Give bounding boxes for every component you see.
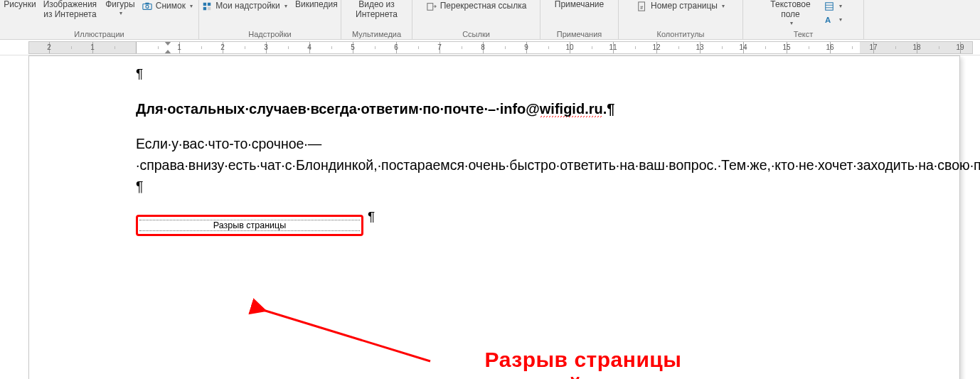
- ribbon: Рисунки Изображения из Интернета Фигуры …: [0, 0, 980, 40]
- crossref-icon: [426, 1, 437, 12]
- ribbon-group-label-media: Мультимедиа: [344, 30, 409, 38]
- ruler[interactable]: 2112345678910111213141516171819: [0, 40, 980, 55]
- body-paragraph: Если·у·вас·что-то·срочное·—·справа·внизу…: [136, 133, 833, 198]
- svg-rect-4: [208, 3, 211, 6]
- ribbon-group-comments: Примечание Примечания: [540, 0, 619, 39]
- bold-paragraph-text: Для·остальных·случаев·всегда·ответим·по·…: [136, 101, 614, 117]
- screenshot-button[interactable]: Снимок ▾: [139, 0, 196, 13]
- ruler-tick-label: 5: [351, 43, 355, 51]
- page-number-label: Номер страницы: [651, 1, 718, 11]
- ruler-tick-label: 1: [177, 43, 181, 51]
- body-paragraph-text: Если·у·вас·что-то·срочное·—·справа·внизу…: [136, 136, 980, 194]
- page-number-button[interactable]: # Номер страницы ▾: [634, 0, 728, 13]
- ribbon-group-label-addins: Надстройки: [202, 30, 338, 38]
- ruler-tick-label: 15: [782, 43, 790, 51]
- ruler-tick-label: 16: [826, 43, 833, 51]
- svg-rect-6: [208, 7, 211, 10]
- first-line-indent-marker[interactable]: [164, 41, 171, 46]
- document-area: ¶ Для·остальных·случаев·всегда·ответим·п…: [0, 55, 980, 379]
- svg-rect-3: [203, 3, 206, 6]
- annotation-text: Разрыв страницы установленный пользовате…: [327, 347, 839, 379]
- ruler-tick-label: 18: [912, 43, 920, 51]
- ribbon-group-links: Перекрестная ссылка Ссылки: [412, 0, 540, 39]
- wikipedia-label: Википедия: [295, 0, 338, 10]
- svg-rect-10: [825, 3, 833, 11]
- ruler-tick-label: 10: [565, 43, 573, 51]
- ruler-tick-label: 7: [437, 43, 442, 51]
- chevron-down-icon: ▾: [722, 3, 725, 9]
- shapes-label: Фигуры: [105, 0, 134, 10]
- ribbon-group-text: Текстовое поле ▾ ▾ A ▾ Текст: [743, 0, 864, 39]
- ribbon-group-headerfooter: # Номер страницы ▾ Колонтитулы: [619, 0, 743, 39]
- ruler-tick-label: 11: [609, 43, 617, 51]
- ruler-tick-label: 2: [220, 43, 225, 51]
- camera-icon: [142, 1, 153, 12]
- page[interactable]: ¶ Для·остальных·случаев·всегда·ответим·п…: [28, 55, 960, 379]
- ruler-tick-label: 17: [869, 43, 877, 51]
- empty-paragraph: ¶: [136, 66, 925, 82]
- page-number-icon: #: [637, 1, 648, 12]
- ruler-tick-label: 3: [264, 43, 268, 51]
- online-video-label: Видео из Интернета: [347, 0, 407, 20]
- chevron-down-icon: ▾: [190, 3, 193, 9]
- wordart-button[interactable]: A ▾: [821, 14, 845, 26]
- comment-label: Примечание: [555, 0, 604, 10]
- quick-parts-button[interactable]: ▾: [821, 0, 845, 13]
- svg-point-1: [146, 5, 149, 8]
- page-break-label: Разрыв страницы: [139, 220, 360, 231]
- svg-rect-5: [203, 7, 206, 10]
- ruler-tick-label: 14: [739, 43, 747, 51]
- shapes-button[interactable]: Фигуры ▾: [103, 0, 137, 16]
- textbox-label: Текстовое поле: [765, 0, 817, 20]
- svg-rect-0: [143, 4, 151, 10]
- ruler-tick-label: 4: [307, 43, 311, 51]
- pictures-button[interactable]: Рисунки: [3, 0, 37, 10]
- chevron-down-icon: ▾: [284, 3, 287, 9]
- wikipedia-button[interactable]: Википедия: [292, 0, 341, 10]
- cross-ref-button[interactable]: Перекрестная ссылка: [423, 0, 530, 13]
- ribbon-group-illustrations: Рисунки Изображения из Интернета Фигуры …: [0, 0, 199, 39]
- ruler-tick-label: 8: [481, 43, 485, 51]
- pilcrow-mark: ¶: [368, 209, 375, 225]
- chevron-down-icon: ▾: [839, 16, 842, 23]
- store-icon: [201, 1, 213, 12]
- wordart-icon: A: [824, 14, 835, 26]
- ribbon-group-label-comments: Примечания: [543, 30, 615, 38]
- annotation-line-1: Разрыв страницы: [327, 347, 839, 373]
- svg-rect-2: [145, 3, 149, 5]
- ruler-tick-label: 19: [956, 43, 964, 51]
- ribbon-group-addins: Мои надстройки ▾ Википедия Надстройки: [199, 0, 341, 39]
- pilcrow-mark: ¶: [136, 66, 143, 81]
- quick-parts-icon: [824, 1, 835, 12]
- pictures-label: Рисунки: [4, 0, 36, 10]
- screenshot-label: Снимок: [156, 1, 186, 11]
- ruler-tick-label: 1: [90, 43, 95, 51]
- textbox-button[interactable]: Текстовое поле ▾: [762, 0, 819, 26]
- online-pictures-button[interactable]: Изображения из Интернета: [38, 0, 102, 20]
- online-pictures-label: Изображения из Интернета: [41, 0, 100, 20]
- hanging-indent-marker[interactable]: [164, 50, 171, 54]
- ruler-tick-label: 12: [652, 43, 660, 51]
- chevron-down-icon: ▾: [790, 20, 793, 26]
- svg-text:A: A: [824, 16, 830, 24]
- my-addins-button[interactable]: Мои надстройки ▾: [198, 0, 290, 13]
- ruler-tick-label: 2: [47, 43, 51, 51]
- ruler-tick-label: 9: [524, 43, 528, 51]
- svg-rect-7: [427, 4, 433, 11]
- page-break-indicator[interactable]: Разрыв страницы: [136, 215, 363, 236]
- online-video-button[interactable]: Видео из Интернета: [345, 0, 409, 20]
- comment-button[interactable]: Примечание: [553, 0, 606, 10]
- svg-text:#: #: [640, 5, 643, 10]
- ruler-tick-label: 13: [696, 43, 703, 51]
- ruler-tick-label: 6: [394, 43, 398, 51]
- ribbon-group-label-links: Ссылки: [415, 30, 537, 38]
- ribbon-group-media: Видео из Интернета Мультимедиа: [341, 0, 412, 39]
- ribbon-group-label-text: Текст: [746, 30, 861, 38]
- chevron-down-icon: ▾: [839, 3, 842, 9]
- ribbon-group-label-headerfooter: Колонтитулы: [622, 30, 740, 38]
- annotation-line-2: установленный пользователем: [327, 373, 839, 379]
- my-addins-label: Мои надстройки: [215, 1, 280, 11]
- bold-paragraph: Для·остальных·случаев·всегда·ответим·по·…: [136, 97, 925, 120]
- spellcheck-error: wifigid.ru: [540, 101, 603, 117]
- ribbon-group-label-illustrations: Иллюстрации: [3, 30, 196, 38]
